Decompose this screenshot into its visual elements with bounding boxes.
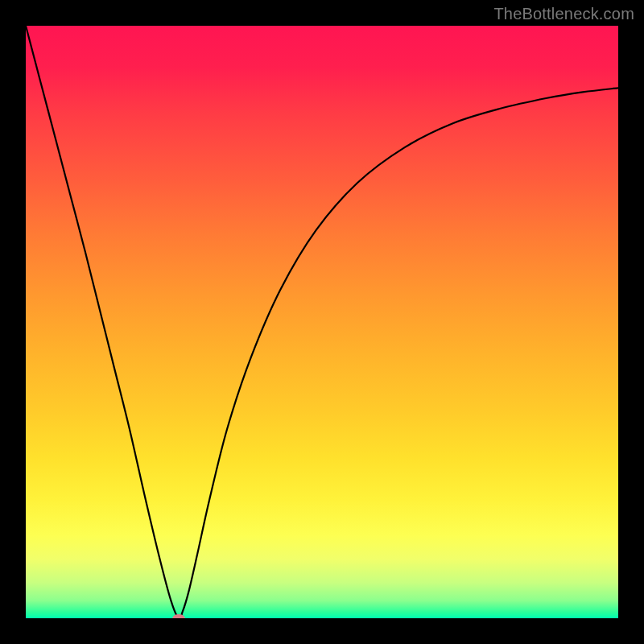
chart-frame: TheBottleneck.com: [0, 0, 644, 644]
plot-area: [26, 26, 618, 618]
watermark-text: TheBottleneck.com: [493, 5, 634, 23]
bottleneck-curve: [26, 26, 618, 618]
min-marker: [172, 614, 185, 618]
curve-layer: [26, 26, 618, 618]
